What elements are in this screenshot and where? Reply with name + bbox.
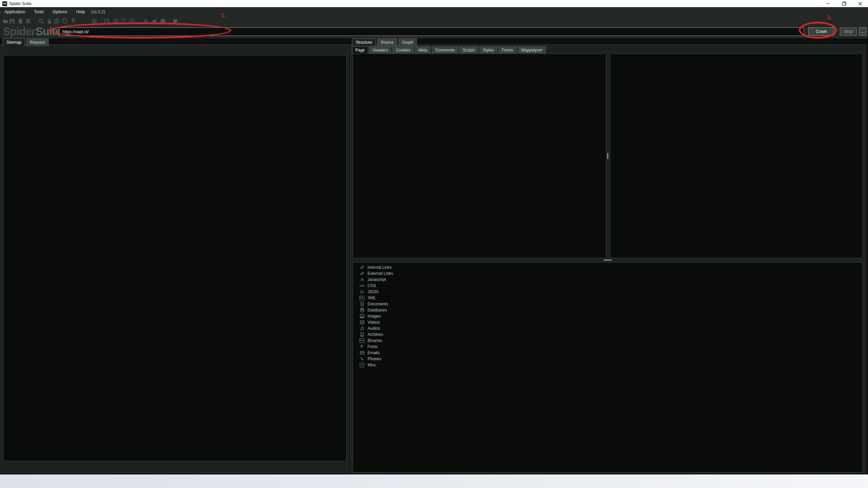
menu-options[interactable]: Options [48, 9, 72, 14]
search-icon[interactable] [38, 18, 44, 24]
page-detail-pane-right[interactable] [610, 54, 863, 258]
close-icon [858, 2, 862, 6]
subtab-styles[interactable]: Styles [479, 46, 497, 54]
copy-icon[interactable] [53, 18, 60, 24]
external-link-icon [359, 271, 364, 276]
proxy-icon[interactable]: P [70, 18, 77, 24]
xml-icon: XML [359, 296, 364, 301]
subtab-meta[interactable]: Meta [415, 46, 431, 54]
right-panel-tabs: Structure Source Graph [352, 38, 417, 46]
subtab-forms[interactable]: Forms [498, 46, 517, 54]
list-item[interactable]: {;} JSON [353, 289, 393, 295]
binaries-icon: HEX [359, 338, 364, 343]
tab-source[interactable]: Source [377, 38, 397, 46]
videos-icon [359, 320, 364, 325]
subtab-headers[interactable]: Headers [369, 46, 391, 54]
tab-sitemap[interactable]: Sitemap [3, 38, 25, 46]
trash-icon[interactable] [17, 18, 24, 24]
restore-button[interactable] [836, 0, 852, 7]
report-icon[interactable] [103, 18, 110, 24]
unlock-icon[interactable] [46, 18, 53, 24]
json-icon: {;} [359, 289, 364, 294]
subtab-comments[interactable]: Comments [432, 46, 458, 54]
annotation-step-1: 1. [221, 12, 226, 19]
restore-icon [842, 1, 846, 6]
documents-icon [359, 302, 364, 307]
minimize-button[interactable] [820, 0, 836, 7]
app-icon: SS [2, 1, 7, 6]
tab-request[interactable]: Request [26, 38, 49, 46]
list-item[interactable]: Documents [353, 301, 393, 307]
list-item[interactable]: CSS CSS [353, 283, 393, 289]
title-bar: SS Spider Suite [0, 0, 868, 7]
open-folder-icon[interactable] [2, 18, 9, 24]
resource-list: Internal Links External Links Js Javascr… [353, 264, 393, 368]
resources-pane [353, 262, 863, 472]
sitemap-panel: ALL List Tree 0 Actions > regex [1, 44, 349, 473]
structure-subtabs: Page Headers Cookies Meta Comments Scrip… [352, 46, 546, 54]
menu-tools[interactable]: Tools [29, 9, 48, 14]
misc-icon: ? [359, 363, 364, 368]
menu-bar: Application Tools Options Help (v1.0.2) [0, 7, 868, 16]
version-label: (v1.0.2) [89, 9, 107, 14]
internal-link-icon [359, 265, 364, 270]
more-options-button[interactable]: ... [859, 27, 866, 36]
save-icon[interactable] [8, 18, 15, 24]
annotation-step-2: 2. [827, 14, 832, 21]
list-item[interactable]: XML XML [353, 295, 393, 301]
subtab-wappalyzer[interactable]: Wappalyzer [518, 46, 546, 54]
archives-icon [359, 332, 364, 337]
tab-graph[interactable]: Graph [398, 38, 417, 46]
subtab-cookies[interactable]: Cookies [392, 46, 414, 54]
phones-icon [359, 357, 364, 362]
list-item[interactable]: Videos [353, 319, 393, 325]
horizontal-splitter[interactable] [604, 260, 612, 261]
spidersuite-logo: SpiderSuite [3, 25, 61, 38]
subtab-page[interactable]: Page [352, 46, 368, 54]
refresh-icon[interactable] [120, 18, 126, 24]
left-panel-tabs: Sitemap Request [3, 38, 49, 46]
donate-heart-icon[interactable] [172, 18, 178, 24]
crawl-button[interactable]: Crawl [808, 27, 834, 36]
tool-bar: P e [0, 16, 868, 26]
tab-structure[interactable]: Structure [352, 38, 376, 46]
list-item[interactable]: Js Javascript [353, 277, 393, 283]
list-item[interactable]: F Fonts [353, 344, 393, 350]
vertical-splitter[interactable] [607, 153, 608, 159]
shield-icon[interactable] [61, 18, 68, 24]
javascript-icon: Js [359, 277, 364, 282]
css-icon: CSS [359, 283, 364, 288]
list-item[interactable]: Phones [353, 356, 393, 362]
list-item[interactable]: HEX Binaries [353, 338, 393, 344]
list-item[interactable]: Audios [353, 325, 393, 331]
emails-icon [359, 350, 364, 355]
internet-icon[interactable]: e [142, 18, 149, 24]
list-item[interactable]: Internal Links [353, 264, 393, 270]
windows-taskbar: Search 18° 9+ [0, 474, 868, 488]
menu-help[interactable]: Help [72, 9, 89, 14]
twitter-icon[interactable] [151, 18, 158, 24]
github-icon[interactable] [159, 18, 166, 24]
document-icon[interactable] [112, 18, 119, 24]
stop-button[interactable]: Stop [840, 27, 857, 36]
url-input[interactable] [59, 27, 804, 36]
crawl-header: SpiderSuite Crawl Stop ... [0, 26, 868, 38]
images-icon [359, 314, 364, 319]
settings-gear-icon[interactable] [91, 18, 98, 24]
menu-application[interactable]: Application [0, 9, 29, 14]
list-item[interactable]: ? Misc [353, 362, 393, 368]
list-item[interactable]: Databases [353, 307, 393, 313]
list-item[interactable]: Archives [353, 331, 393, 338]
sitemap-list-area[interactable] [3, 55, 347, 461]
list-item[interactable]: Emails [353, 350, 393, 356]
close-tab-icon[interactable] [25, 18, 32, 24]
window-title: Spider Suite [9, 1, 31, 6]
list-item[interactable]: Images [353, 313, 393, 319]
close-button[interactable] [852, 0, 868, 7]
subtab-scripts[interactable]: Scripts [459, 46, 478, 54]
info-icon[interactable] [128, 18, 135, 24]
spider-suite-window: SS Spider Suite Application Tools Option… [0, 0, 868, 488]
audios-icon [359, 326, 364, 331]
list-item[interactable]: External Links [353, 270, 393, 277]
page-detail-pane-left[interactable] [353, 54, 606, 258]
